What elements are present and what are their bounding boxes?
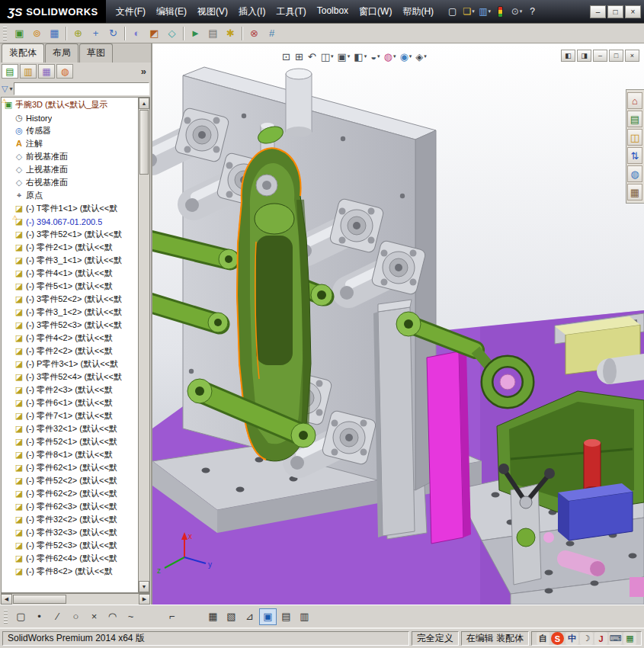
restore-button[interactable]: □	[607, 5, 623, 18]
feature-tree-item[interactable]: (-) 零件5<1> (默认<<默	[2, 280, 138, 293]
toolbar-grip[interactable]	[3, 27, 7, 40]
command-tab[interactable]: 布局	[45, 43, 78, 63]
blue-block[interactable]	[558, 483, 633, 541]
feature-tree-item[interactable]: (-) 零件2<2> (默认<<默	[2, 345, 138, 358]
menu-item[interactable]: 视图(V)	[192, 2, 233, 21]
panel-expand-chevron[interactable]: »	[141, 66, 149, 77]
menu-item[interactable]: 编辑(E)	[151, 2, 192, 21]
feature-tree-item[interactable]: 传感器	[2, 124, 138, 137]
feature-tree-item[interactable]: (-) 零件32<2> (默认<<默	[2, 513, 138, 526]
bill-of-materials-button[interactable]: ▤	[204, 25, 222, 41]
drawing-layout-button[interactable]: ▥	[296, 608, 313, 625]
zoom-to-area-button[interactable]: ⊞	[293, 50, 306, 63]
feature-tree-item[interactable]: (-) 3零件52<3> (默认<<默	[2, 319, 138, 332]
scrollbar-track[interactable]	[67, 594, 139, 605]
circle-tool-button[interactable]: ○	[67, 608, 85, 625]
rotate-component-button[interactable]: ↻	[104, 25, 122, 41]
feature-tree-item[interactable]: (-) 零件8<1> (默认<<默	[2, 448, 138, 461]
help-button[interactable]: ?	[525, 4, 540, 19]
rebuild-button[interactable]	[493, 4, 508, 19]
trim-entities-button[interactable]: ×	[85, 608, 103, 625]
scroll-down-arrow[interactable]: ▼	[139, 581, 149, 592]
clamp-ring[interactable]	[487, 361, 528, 403]
close-button[interactable]: ×	[625, 5, 641, 18]
tray-grid-icon[interactable]: ▦	[623, 632, 636, 645]
feature-tree-item[interactable]: (-) 零件3_1<1> (默认<<默	[2, 254, 138, 267]
feature-tree-item[interactable]: 原点	[2, 189, 138, 202]
open-button[interactable]: ❏ ▾	[461, 4, 476, 19]
view-orientation-button[interactable]: ▣ ▾	[336, 50, 352, 63]
appearances-button[interactable]: ◍	[627, 165, 642, 182]
red-cylinder[interactable]	[584, 439, 601, 494]
punctuation-icon[interactable]: J	[594, 632, 607, 645]
dock-pane-left-button[interactable]: ◧	[561, 50, 575, 62]
feature-tree-item[interactable]: (-) 零件52<1> (默认<<默	[2, 435, 138, 448]
feature-tree-item[interactable]: (-) 3零件52<1> (默认<<默	[2, 228, 138, 241]
save-button[interactable]: ▥ ▾	[477, 4, 492, 19]
apply-scene-button[interactable]: ◉ ▾	[398, 50, 413, 63]
mate-button[interactable]: ⊚	[28, 25, 46, 41]
linear-component-pattern-button[interactable]: ▦	[46, 25, 63, 41]
configurationmanager-tab[interactable]: ▦	[38, 64, 55, 79]
menu-item[interactable]: 文件(F)	[111, 2, 151, 21]
select-tool-button[interactable]: ▢	[12, 608, 30, 625]
hide-show-items-button[interactable]: ◒ ▾	[369, 50, 381, 63]
feature-tree-item[interactable]: (-) T零件1<1> (默认<<默	[2, 202, 138, 215]
viewport-3d-scene[interactable]: x z y	[152, 43, 644, 605]
featuremanager-tab[interactable]: ▤	[2, 64, 18, 79]
feature-tree-item[interactable]: 上视基准面	[2, 163, 138, 176]
view-palette-button[interactable]: ⇅	[627, 147, 642, 164]
file-explorer-button[interactable]: ◫	[627, 129, 642, 146]
magenta-plate[interactable]	[427, 350, 471, 544]
propertymanager-tab[interactable]: ▥	[20, 64, 37, 79]
feature-tree-item[interactable]: (-) 零件62<1> (默认<<默	[2, 461, 138, 474]
filter-input[interactable]	[14, 82, 149, 95]
menu-item[interactable]: 插入(I)	[233, 2, 271, 21]
sketch-point-button[interactable]: •	[30, 608, 48, 625]
feature-tree-item[interactable]: (-) 零件62<2> (默认<<默	[2, 487, 138, 500]
display-style-button[interactable]: ◧ ▾	[352, 50, 368, 63]
view-settings-button[interactable]: ◈ ▾	[414, 50, 428, 63]
feature-tree-item[interactable]: (-) 零件2<3> (默认<<默	[2, 383, 138, 396]
scroll-left-arrow[interactable]: ◀	[1, 594, 12, 605]
feature-tree-item[interactable]: (-) 零件7<1> (默认<<默	[2, 409, 138, 422]
menu-item[interactable]: 窗口(W)	[354, 2, 397, 21]
smart-fasteners-button[interactable]: ⊕	[69, 25, 87, 41]
feature-tree-item[interactable]: History	[2, 111, 138, 124]
chinese-mode-icon[interactable]: 中	[566, 632, 578, 645]
toolbar-grip[interactable]	[4, 610, 8, 624]
reference-geometry-button[interactable]: ◇	[163, 25, 181, 41]
scroll-right-arrow[interactable]: ▶	[139, 594, 150, 605]
feature-tree-item[interactable]: (-) 零件6<1> (默认<<默	[2, 396, 138, 409]
close-doc-button[interactable]: ×	[625, 50, 639, 62]
interference-detection-button[interactable]: ⊗	[245, 25, 263, 41]
spline-tool-button[interactable]: ~	[122, 608, 139, 625]
feature-tree-item[interactable]: (-) 零件32<3> (默认<<默	[2, 526, 138, 539]
move-component-button[interactable]: +	[87, 25, 104, 41]
insert-components-button[interactable]: ▣	[11, 25, 28, 41]
feature-tree-item[interactable]: 注解	[2, 137, 138, 150]
tree-horizontal-scrollbar[interactable]: ◀ ▶	[1, 593, 150, 605]
rapid-sketch-button[interactable]: ⊿	[241, 608, 258, 625]
line-tool-button[interactable]: ∕	[49, 608, 66, 625]
feature-tree-item[interactable]: (-) 零件8<2> (默认<<默	[2, 565, 138, 578]
tree-vertical-scrollbar[interactable]: ▲ ▼	[138, 98, 149, 592]
scrollbar-track[interactable]	[139, 175, 149, 581]
design-library-button[interactable]: ▤	[627, 111, 642, 127]
pink-block[interactable]	[630, 577, 644, 597]
ime-custom-icon[interactable]: 自	[537, 632, 549, 645]
custom-properties-button[interactable]: ▦	[627, 184, 642, 200]
feature-tree-item[interactable]: (-) 零件62<3> (默认<<默	[2, 500, 138, 513]
feature-tree-item[interactable]: 右视基准面	[2, 176, 138, 189]
previous-view-button[interactable]: ↶	[306, 50, 319, 63]
scrollbar-thumb[interactable]	[13, 595, 66, 604]
filter-funnel-icon[interactable]: ▽	[2, 84, 8, 94]
assembly-features-button[interactable]: ◩	[146, 25, 163, 41]
edit-appearance-button[interactable]: ◍ ▾	[383, 50, 398, 63]
feature-tree-item[interactable]: (-) 3零件52<2> (默认<<默	[2, 293, 138, 306]
instant3d-button[interactable]: ▧	[223, 608, 240, 625]
feature-tree-item[interactable]: (-) 零件52<3> (默认<<默	[2, 539, 138, 552]
section-view-button[interactable]: ◫ ▾	[319, 50, 335, 63]
feature-tree-item[interactable]: (-) 零件62<4> (默认<<默	[2, 552, 138, 565]
command-tab[interactable]: 装配体	[2, 43, 44, 63]
